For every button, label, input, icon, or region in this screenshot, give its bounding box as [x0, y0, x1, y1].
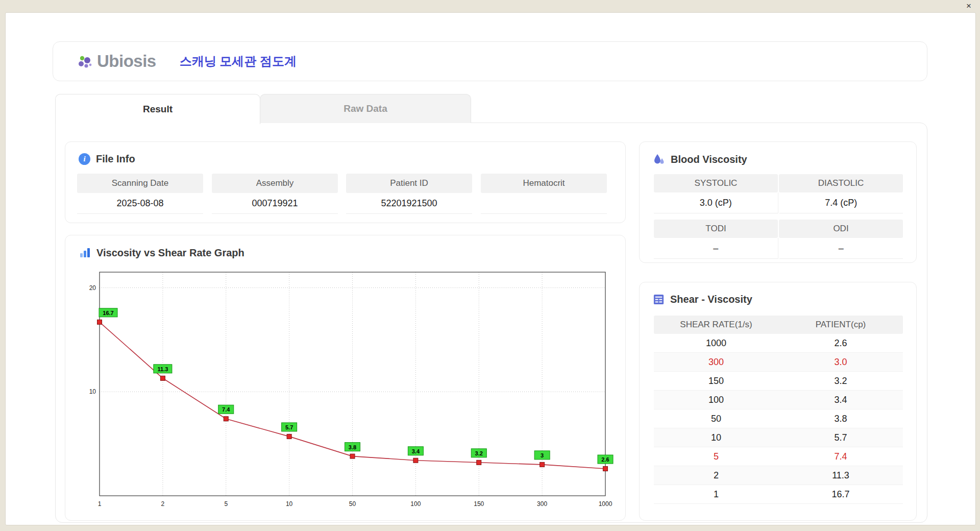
svg-text:2: 2: [161, 500, 165, 508]
app-header: Ubiosis 스캐닝 모세관 점도계: [53, 41, 927, 81]
svg-text:1000: 1000: [599, 500, 612, 508]
systolic-header: SYSTOLIC: [654, 174, 778, 192]
shear-viscosity-card: Shear - Viscosity SHEAR RATE(1/s) PATIEN…: [639, 282, 917, 521]
table-row: 1 16.7: [654, 485, 903, 504]
info-circle-icon: i: [79, 153, 90, 165]
svg-text:10: 10: [286, 500, 293, 508]
table-row: 10 5.7: [654, 428, 903, 447]
page-title: 스캐닝 모세관 점도계: [180, 53, 297, 69]
patient-cell: 2.6: [778, 334, 903, 352]
todi-value: –: [654, 238, 778, 259]
table-header-row: SHEAR RATE(1/s) PATIENT(cp): [654, 316, 903, 334]
shear-rate-cell: 1000: [654, 334, 778, 352]
patient-cell: 3.0: [778, 353, 903, 371]
shear-viscosity-title: Shear - Viscosity: [653, 294, 752, 305]
svg-text:150: 150: [474, 500, 484, 508]
odi-value: –: [779, 238, 903, 259]
viscosity-line-chart: 10201251050100150300100016.711.37.45.73.…: [81, 264, 622, 508]
patient-cell: 16.7: [778, 485, 903, 503]
svg-text:3.8: 3.8: [349, 444, 356, 450]
field-label: Hematocrit: [481, 174, 607, 193]
blood-viscosity-title-text: Blood Viscosity: [671, 154, 747, 165]
shear-rate-cell: 100: [654, 391, 778, 409]
field-hematocrit: Hematocrit: [481, 174, 607, 214]
field-label: Patient ID: [346, 174, 472, 193]
shear-rate-cell: 150: [654, 372, 778, 390]
shear-viscosity-title-text: Shear - Viscosity: [670, 294, 752, 305]
field-label: Assembly: [212, 174, 338, 193]
shear-viscosity-table: SHEAR RATE(1/s) PATIENT(cp) 1000 2.6 300…: [654, 316, 903, 504]
svg-text:3: 3: [541, 452, 544, 458]
blood-viscosity-title: Blood Viscosity: [653, 153, 747, 165]
viscosity-graph-card: Viscosity vs Shear Rate Graph 1020125105…: [65, 235, 626, 521]
svg-text:20: 20: [89, 284, 96, 292]
tab-result-label: Result: [143, 104, 173, 115]
svg-text:5.7: 5.7: [285, 424, 293, 430]
shear-rate-cell: 10: [654, 428, 778, 447]
tab-raw-data-label: Raw Data: [344, 103, 387, 114]
svg-text:100: 100: [410, 500, 421, 508]
shear-rate-cell: 5: [654, 447, 778, 466]
table-row: 2 11.3: [654, 466, 903, 485]
tab-result[interactable]: Result: [55, 94, 260, 124]
odi-header: ODI: [779, 220, 903, 238]
table-row: 5 7.4: [654, 447, 903, 466]
shear-rate-cell: 2: [654, 466, 778, 485]
table-body: 1000 2.6 300 3.0 150 3.2 100 3.4 50 3.: [654, 334, 903, 504]
patient-column-header: PATIENT(cp): [778, 316, 903, 334]
svg-text:1: 1: [98, 500, 102, 508]
shear-rate-cell: 50: [654, 409, 778, 428]
table-row: 50 3.8: [654, 409, 903, 428]
graph-title: Viscosity vs Shear Rate Graph: [79, 247, 244, 259]
close-icon[interactable]: ×: [964, 1, 974, 11]
table-row: 300 3.0: [654, 353, 903, 372]
svg-text:10: 10: [89, 388, 96, 395]
patient-cell: 11.3: [778, 466, 903, 485]
svg-text:5: 5: [224, 500, 228, 508]
table-row: 100 3.4: [654, 391, 903, 409]
svg-text:3.2: 3.2: [475, 450, 483, 456]
field-value: [481, 193, 607, 214]
water-drops-icon: [653, 153, 665, 165]
shear-rate-cell: 300: [654, 353, 778, 371]
tab-raw-data[interactable]: Raw Data: [260, 94, 471, 123]
field-value: 2025-08-08: [77, 193, 203, 214]
diastolic-value: 7.4 (cP): [779, 192, 903, 213]
table-row: 1000 2.6: [654, 334, 903, 353]
patient-cell: 3.2: [778, 372, 903, 390]
logo-text: Ubiosis: [97, 52, 156, 71]
field-scanning-date: Scanning Date 2025-08-08: [77, 174, 203, 214]
file-info-title: i File Info: [79, 153, 135, 165]
field-label: Scanning Date: [77, 174, 203, 193]
patient-cell: 7.4: [778, 447, 903, 466]
patient-cell: 5.7: [778, 428, 903, 447]
svg-text:3.4: 3.4: [412, 448, 420, 454]
svg-text:16.7: 16.7: [103, 310, 113, 316]
logo-dots-icon: [77, 53, 94, 70]
field-value: 000719921: [212, 193, 338, 214]
todi-header: TODI: [654, 220, 778, 238]
patient-cell: 3.4: [778, 391, 903, 409]
table-grid-icon: [653, 294, 665, 305]
svg-text:50: 50: [349, 500, 356, 508]
svg-text:7.4: 7.4: [222, 406, 230, 413]
shear-rate-cell: 1: [654, 485, 778, 503]
graph-title-text: Viscosity vs Shear Rate Graph: [96, 247, 244, 259]
patient-cell: 3.8: [778, 409, 903, 428]
field-value: 52201921500: [346, 193, 472, 214]
bar-chart-icon: [79, 247, 91, 259]
svg-text:11.3: 11.3: [157, 366, 168, 372]
systolic-value: 3.0 (cP): [654, 192, 778, 213]
systolic-diastolic-table: SYSTOLIC DIASTOLIC 3.0 (cP) 7.4 (cP): [654, 174, 903, 213]
table-row: 150 3.2: [654, 372, 903, 391]
field-patient-id: Patient ID 52201921500: [346, 174, 472, 214]
field-assembly: Assembly 000719921: [212, 174, 338, 214]
file-info-title-text: File Info: [96, 153, 135, 165]
svg-text:2.6: 2.6: [601, 456, 609, 463]
app-logo: Ubiosis: [77, 52, 156, 71]
viscosity-chart-area: 10201251050100150300100016.711.37.45.73.…: [81, 264, 622, 510]
svg-text:300: 300: [537, 500, 547, 508]
file-info-card: i File Info Scanning Date 2025-08-08 Ass…: [65, 141, 626, 223]
todi-odi-table: TODI ODI – –: [654, 220, 903, 259]
result-panel: i File Info Scanning Date 2025-08-08 Ass…: [55, 123, 927, 523]
